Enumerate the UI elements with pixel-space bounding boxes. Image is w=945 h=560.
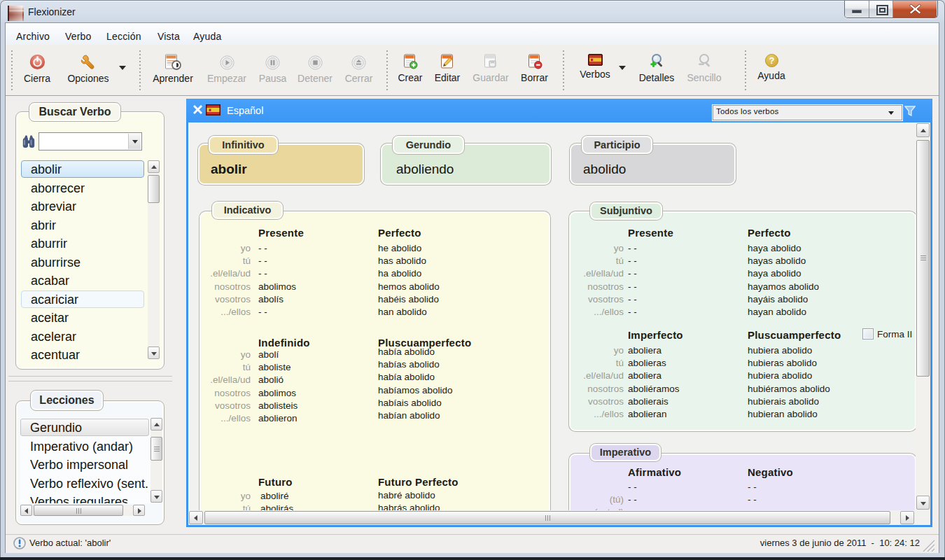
svg-text:?: ? <box>769 55 774 66</box>
